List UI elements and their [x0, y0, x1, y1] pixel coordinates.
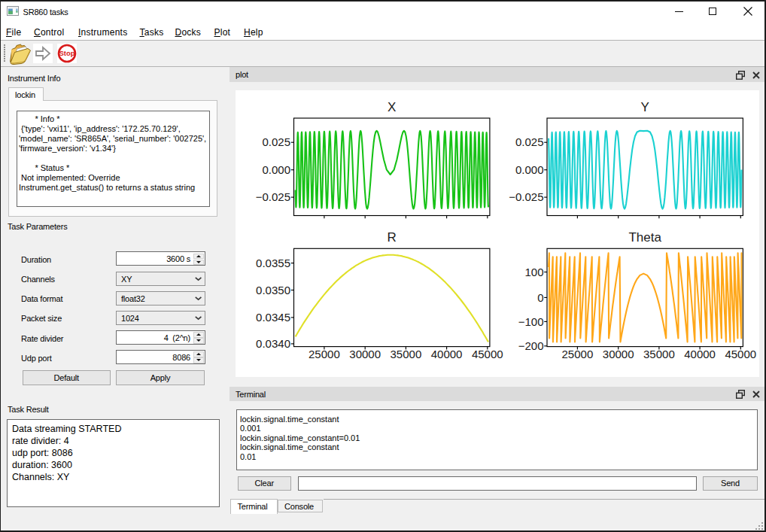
svg-text:X: X — [388, 100, 396, 114]
svg-text:−0.025: −0.025 — [509, 190, 543, 203]
svg-text:0.0350: 0.0350 — [256, 284, 290, 296]
svg-text:35000: 35000 — [391, 348, 422, 360]
svg-text:R: R — [388, 230, 397, 245]
svg-text:0.0340: 0.0340 — [256, 337, 290, 350]
svg-text:0.025: 0.025 — [515, 135, 544, 148]
svg-text:Y: Y — [641, 100, 649, 114]
svg-text:40000: 40000 — [684, 348, 716, 360]
svg-text:25000: 25000 — [309, 348, 340, 360]
svg-text:−100: −100 — [518, 315, 544, 328]
svg-text:25000: 25000 — [562, 348, 594, 360]
svg-text:0.0345: 0.0345 — [256, 311, 290, 324]
svg-text:0.000: 0.000 — [515, 163, 544, 176]
svg-text:40000: 40000 — [431, 348, 463, 360]
svg-text:0.025: 0.025 — [262, 135, 290, 148]
svg-text:0: 0 — [537, 291, 543, 304]
svg-text:45000: 45000 — [472, 348, 503, 360]
svg-text:−0.025: −0.025 — [256, 190, 290, 203]
svg-text:Theta: Theta — [628, 230, 661, 245]
svg-text:30000: 30000 — [349, 348, 381, 360]
svg-text:Stop: Stop — [59, 49, 74, 57]
svg-text:45000: 45000 — [725, 348, 756, 360]
svg-text:−200: −200 — [518, 339, 544, 352]
svg-text:0.0355: 0.0355 — [256, 257, 290, 269]
svg-text:35000: 35000 — [643, 348, 675, 360]
svg-text:0.000: 0.000 — [262, 163, 290, 176]
svg-text:30000: 30000 — [603, 348, 634, 360]
svg-text:100: 100 — [524, 266, 543, 278]
